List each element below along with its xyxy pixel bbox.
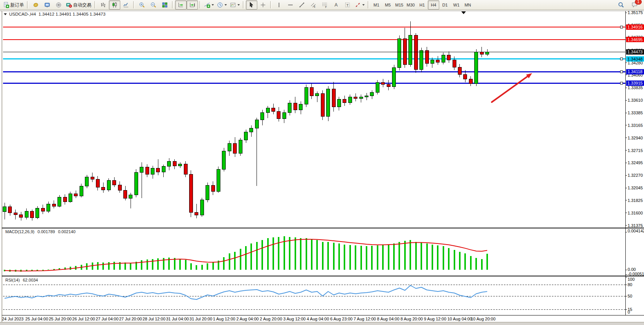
line-handle[interactable] bbox=[620, 70, 623, 73]
label-button[interactable]: T bbox=[342, 0, 353, 10]
line-handle[interactable] bbox=[620, 82, 623, 84]
macd-signal-value: 0.002140 bbox=[58, 229, 75, 234]
macd-main-value: 0.001789 bbox=[37, 229, 55, 234]
periods-button[interactable] bbox=[215, 0, 228, 10]
crosshair-icon bbox=[260, 2, 266, 8]
candle bbox=[354, 97, 357, 98]
zoom-in-icon bbox=[139, 2, 145, 8]
candle bbox=[261, 112, 264, 120]
price-badge-label: 1.34916 bbox=[628, 25, 643, 29]
time-axis-label: 10 Aug 20:00 bbox=[471, 317, 496, 321]
price-tick-label: 1.32270 bbox=[628, 173, 643, 178]
tf-m15-button[interactable]: M15 bbox=[394, 0, 405, 10]
tf-m5-button[interactable]: M5 bbox=[382, 0, 394, 10]
candle bbox=[316, 93, 319, 96]
tf-h4-button[interactable]: H4 bbox=[428, 0, 439, 10]
terminal-button[interactable] bbox=[41, 0, 53, 10]
rsi-value: 62.0034 bbox=[23, 278, 38, 282]
candle bbox=[151, 168, 155, 174]
candle bbox=[343, 99, 346, 102]
label-icon: T bbox=[344, 2, 351, 8]
time-axis-label: 27 Jul 04:00 bbox=[96, 317, 118, 321]
channel-button[interactable]: E bbox=[308, 0, 319, 10]
tf-m30-button[interactable]: M30 bbox=[405, 0, 416, 10]
bar-chart-button[interactable] bbox=[97, 0, 109, 10]
tf-mn-button[interactable]: MN bbox=[462, 0, 473, 10]
tf-m1-button[interactable]: M1 bbox=[371, 0, 382, 10]
auto-scroll-button[interactable] bbox=[175, 0, 187, 10]
candle bbox=[85, 177, 89, 186]
vertical-line-button[interactable] bbox=[273, 0, 285, 10]
tf-h1-button[interactable]: H1 bbox=[416, 0, 428, 10]
candle bbox=[348, 97, 352, 102]
new-order-icon bbox=[3, 2, 9, 8]
new-order-button[interactable]: 新订单 bbox=[2, 0, 26, 10]
indicators-button[interactable] bbox=[202, 0, 215, 10]
line-handle[interactable] bbox=[620, 26, 623, 28]
toolbar-group-scroll bbox=[175, 0, 198, 10]
text-button[interactable]: A bbox=[330, 0, 342, 10]
svg-text:E: E bbox=[314, 5, 316, 8]
rsi-indicator-label: RSI(14) 62.0034 bbox=[5, 278, 40, 282]
tf-d1-button-label: D1 bbox=[442, 1, 448, 9]
dropdown-caret-icon[interactable] bbox=[225, 4, 227, 6]
tf-d1-button[interactable]: D1 bbox=[439, 0, 451, 10]
time-axis-label: 8 Aug 20:00 bbox=[400, 317, 423, 321]
candle bbox=[19, 215, 23, 217]
macd-axis-label: 0.00 bbox=[628, 267, 636, 272]
dropdown-caret-icon[interactable] bbox=[362, 4, 365, 6]
time-axis-label: 2 Aug 04:00 bbox=[236, 317, 259, 321]
candle bbox=[272, 108, 275, 112]
crosshair-button[interactable] bbox=[257, 0, 269, 10]
terminal-icon bbox=[44, 2, 50, 8]
bar-chart-icon bbox=[100, 2, 106, 8]
candle bbox=[398, 38, 401, 67]
shapes-button[interactable] bbox=[353, 0, 366, 10]
tile-windows-button[interactable] bbox=[159, 0, 171, 10]
time-axis-label: 8 Aug 04:00 bbox=[377, 317, 400, 321]
dropdown-caret-icon[interactable] bbox=[238, 4, 240, 6]
price-tick-label: 1.31600 bbox=[628, 211, 643, 215]
candle bbox=[365, 96, 368, 97]
search-button[interactable] bbox=[615, 0, 626, 10]
rsi-axis-label: 80 bbox=[628, 282, 632, 287]
candle bbox=[376, 82, 379, 92]
candle bbox=[255, 120, 258, 128]
symbol-dropdown-icon[interactable] bbox=[4, 13, 7, 15]
candle bbox=[118, 185, 121, 191]
chart-shift-marker-icon[interactable] bbox=[461, 11, 466, 14]
seal-button[interactable] bbox=[30, 0, 41, 10]
line-handle[interactable] bbox=[620, 58, 623, 60]
shapes-icon bbox=[355, 2, 361, 8]
candle bbox=[91, 177, 94, 179]
notification-badge: 1 bbox=[635, 0, 642, 5]
line-chart-icon bbox=[123, 2, 129, 8]
toolbar-group-objects bbox=[202, 0, 241, 10]
trendline-button[interactable] bbox=[296, 0, 308, 10]
candle bbox=[370, 93, 374, 96]
toolbar-group-chart-modes bbox=[97, 0, 132, 10]
toolbar-separator bbox=[94, 1, 96, 8]
cursor-icon bbox=[249, 2, 255, 8]
candle bbox=[447, 55, 451, 60]
candle bbox=[486, 52, 489, 54]
horizontal-line-button[interactable] bbox=[285, 0, 296, 10]
candle bbox=[222, 151, 226, 169]
sound-button[interactable] bbox=[53, 0, 64, 10]
arrow-annotation[interactable] bbox=[492, 77, 528, 102]
candle bbox=[124, 191, 127, 199]
line-chart-button[interactable] bbox=[120, 0, 132, 10]
fibonacci-button[interactable]: F bbox=[319, 0, 330, 10]
cursor-button[interactable] bbox=[246, 0, 257, 10]
dropdown-caret-icon[interactable] bbox=[212, 4, 214, 6]
templates-button[interactable] bbox=[228, 0, 241, 10]
chat-button[interactable]: 1 bbox=[629, 0, 640, 10]
chart-shift-button[interactable] bbox=[187, 0, 198, 10]
candle bbox=[14, 213, 17, 215]
auto-trading-button[interactable]: 自动交易 bbox=[64, 0, 93, 10]
rsi-axis-label: 50 bbox=[628, 294, 632, 298]
zoom-out-button[interactable] bbox=[148, 0, 159, 10]
tf-w1-button[interactable]: W1 bbox=[451, 0, 462, 10]
zoom-in-button[interactable] bbox=[136, 0, 148, 10]
candlestick-button[interactable] bbox=[109, 0, 120, 10]
